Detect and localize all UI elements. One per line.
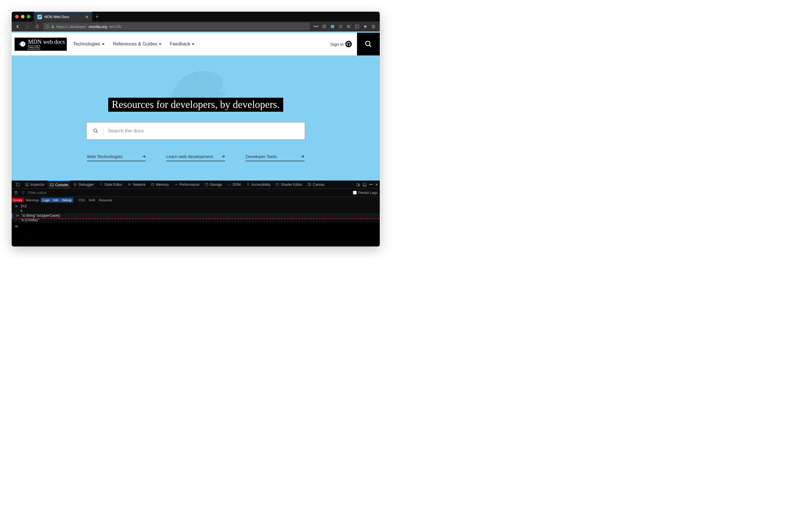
svg-rect-14 <box>75 184 75 185</box>
browser-window: MDN Web Docs ✕ + ⓘ https://developer.moz… <box>12 12 380 246</box>
svg-point-19 <box>248 183 248 184</box>
library-icon[interactable] <box>345 23 352 31</box>
devtools-tab-memory[interactable]: Memory <box>148 181 171 188</box>
sidebar-icon[interactable] <box>353 23 361 31</box>
url-bar[interactable]: ⓘ https://developer.mozilla.org/en-US/ <box>43 23 310 30</box>
filter-errors[interactable]: Errors <box>12 198 24 202</box>
devtools-tab-canvas[interactable]: Canvas <box>305 181 327 188</box>
console-input-area[interactable]: ≫ <box>12 223 380 246</box>
filter-warnings[interactable]: Warnings <box>24 198 41 202</box>
divider <box>103 127 103 135</box>
devtools-tab-storage[interactable]: Storage <box>202 181 224 188</box>
arrow-right-icon: ➔ <box>301 154 304 159</box>
filter-logs[interactable]: Logs <box>41 198 51 202</box>
svg-point-4 <box>23 43 24 44</box>
tab-label: Shader Editor <box>281 183 302 187</box>
github-icon <box>345 41 352 47</box>
chevron-down-icon <box>192 43 194 45</box>
window-controls <box>12 15 34 18</box>
filter-info[interactable]: Info <box>51 198 60 202</box>
tab-label: Inspector <box>30 183 45 187</box>
quick-link-devtools[interactable]: Developer Tools➔ <box>246 154 304 161</box>
nav-technologies[interactable]: Technologies <box>73 41 105 47</box>
tab-label: Memory <box>156 183 169 187</box>
tab-label: Accessibility <box>251 183 270 187</box>
sign-in-button[interactable]: Sign in <box>325 41 357 47</box>
console-filter-input[interactable] <box>28 191 350 195</box>
devtools-close-button[interactable]: ✕ <box>375 183 378 187</box>
arrow-right-icon: ➔ <box>142 154 146 159</box>
devtools-menu-icon[interactable]: ••• <box>369 183 373 187</box>
svg-point-8 <box>93 129 97 132</box>
page-content: MDN web docs moz://a Technologies Refere… <box>12 31 380 181</box>
search-icon <box>93 128 98 133</box>
hero-search-input[interactable] <box>108 128 299 134</box>
quick-link-learn[interactable]: Learn web development➔ <box>166 154 225 161</box>
console-command: "a String".toUpperCase() <box>21 214 60 218</box>
svg-rect-22 <box>308 183 309 184</box>
info-icon[interactable]: ⓘ <box>45 24 49 29</box>
devtools-tab-dom[interactable]: DOM <box>225 181 243 188</box>
filter-icon[interactable] <box>21 191 25 195</box>
quick-link-web-technologies[interactable]: Web Technologies➔ <box>87 154 146 161</box>
console-result: "A STRING" <box>20 218 39 222</box>
svg-point-13 <box>74 183 77 186</box>
tab-label: Performance <box>179 183 200 187</box>
bookmark-star-icon[interactable] <box>337 23 344 31</box>
svg-rect-20 <box>276 184 278 186</box>
sign-in-label: Sign in <box>330 42 344 47</box>
filter-xhr[interactable]: XHR <box>87 198 97 202</box>
chevron-down-icon <box>102 43 105 45</box>
console-output-row: ←"A STRING" <box>12 218 380 222</box>
persist-logs-toggle[interactable]: Persist Logs <box>353 191 377 195</box>
nav-references-guides[interactable]: References & Guides <box>113 41 162 47</box>
pocket-icon[interactable] <box>321 23 328 31</box>
extension-icon[interactable] <box>329 23 336 31</box>
reload-button[interactable] <box>33 23 41 31</box>
back-button[interactable] <box>13 23 21 31</box>
filter-requests[interactable]: Requests <box>97 198 114 202</box>
close-window-button[interactable] <box>15 15 19 18</box>
nav-label: Technologies <box>73 41 100 47</box>
tab-close-button[interactable]: ✕ <box>85 15 89 19</box>
svg-point-18 <box>205 183 208 184</box>
devtools-dock-icon[interactable] <box>363 183 367 187</box>
devtools-tab-console[interactable]: Console <box>47 181 70 188</box>
hero-search-box[interactable] <box>86 122 305 140</box>
filter-debug[interactable]: Debug <box>60 198 73 202</box>
svg-rect-27 <box>363 185 366 186</box>
devtools-iframe-picker[interactable] <box>13 181 22 188</box>
forward-button[interactable] <box>23 23 31 31</box>
hero-section: Resources for developers, by developers.… <box>12 55 380 181</box>
nav-label: Feedback <box>170 41 190 47</box>
devtools-rdm-icon[interactable] <box>356 183 360 187</box>
maximize-window-button[interactable] <box>27 15 30 18</box>
devtools-tab-accessibility[interactable]: Accessibility <box>244 181 273 188</box>
nav-label: References & Guides <box>113 41 157 47</box>
devtools-tab-debugger[interactable]: Debugger <box>71 181 96 188</box>
nav-feedback[interactable]: Feedback <box>170 41 194 47</box>
filter-css[interactable]: CSS <box>77 198 87 202</box>
hamburger-menu-icon[interactable] <box>370 23 377 31</box>
header-search-button[interactable] <box>357 33 380 55</box>
persist-logs-checkbox[interactable] <box>353 191 357 195</box>
overflow-icon[interactable] <box>362 23 369 31</box>
svg-rect-16 <box>152 184 154 185</box>
devtools-tab-inspector[interactable]: Inspector <box>23 181 47 188</box>
quick-link-label: Learn web development <box>166 154 213 159</box>
tab-label: Style Editor <box>104 183 122 187</box>
clear-console-button[interactable] <box>14 191 18 195</box>
devtools-tab-shader-editor[interactable]: Shader Editor <box>273 181 304 188</box>
devtools-tab-style-editor[interactable]: Style Editor <box>97 181 125 188</box>
url-path: /en-US/ <box>109 25 121 29</box>
logo-icon <box>16 39 26 49</box>
page-actions-icon[interactable]: ••• <box>313 23 320 31</box>
devtools-tab-network[interactable]: Network <box>125 181 148 188</box>
minimize-window-button[interactable] <box>21 15 25 18</box>
site-logo[interactable]: MDN web docs moz://a <box>15 38 67 51</box>
browser-tab[interactable]: MDN Web Docs ✕ <box>34 12 92 21</box>
devtools-tab-performance[interactable]: Performance <box>172 181 202 188</box>
tab-label: Console <box>55 183 68 187</box>
new-tab-button[interactable]: + <box>92 14 102 19</box>
input-chevron-icon: ≫ <box>15 214 19 218</box>
